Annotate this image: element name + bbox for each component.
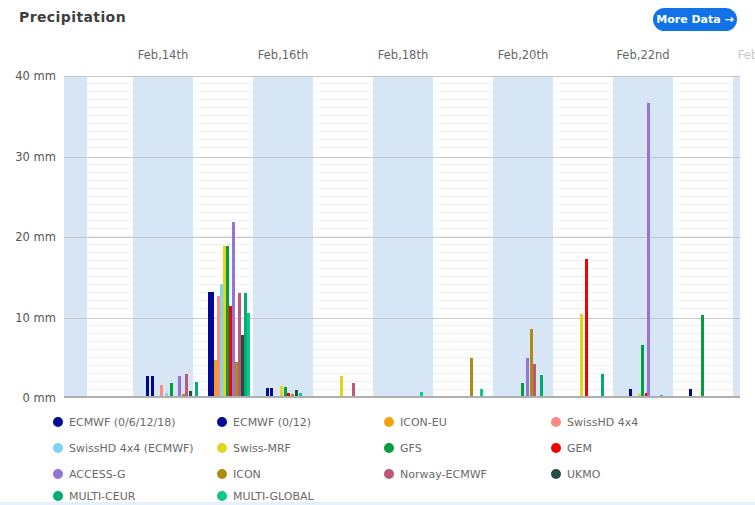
legend-dot-icon [53,443,63,453]
precip-bar-ecmwf_06 [146,376,149,397]
legend-label: MULTI-GLOBAL [233,490,314,503]
precip-bar-swissmrf [340,376,343,397]
legend-item-mglobal: MULTI-GLOBAL [217,489,314,503]
legend-dot-icon [217,443,227,453]
legend-label: MULTI-CEUR [69,490,135,503]
legend-label: Norway-ECMWF [400,468,487,481]
precip-bar-mceur [195,382,198,397]
legend-dot-icon [551,417,561,427]
legend-dot-icon [551,443,561,453]
legend-label: SwissHD 4x4 (ECMWF) [69,442,194,455]
precip-bar-norway [533,364,536,397]
legend-label: ECMWF (0/12) [233,416,311,429]
legend-item-norway: Norway-ECMWF [384,467,487,481]
legend-dot-icon [53,417,63,427]
legend-dot-icon [217,469,227,479]
legend-item-icon: ICON [217,467,261,481]
legend-item-ecmwf_012: ECMWF (0/12) [217,415,311,429]
y-axis-label: 10 mm [0,312,56,324]
precip-bar-access [647,103,650,397]
y-axis-label: 20 mm [0,231,56,243]
x-axis-label: Feb,24th [718,48,755,62]
precip-bar-icon [470,358,473,397]
legend-item-access: ACCESS-G [53,467,126,481]
precip-bar-norway [185,374,188,397]
major-gridline [64,318,740,319]
precip-bar-gfs [641,345,644,397]
legend-label: ICON [233,468,261,481]
major-gridline [64,157,740,158]
x-axis-label: Feb,14th [118,48,208,62]
y-axis-label: 30 mm [0,151,56,163]
legend-dot-icon [384,443,394,453]
x-axis-label: Feb,20th [478,48,568,62]
major-gridline [64,76,740,77]
legend-label: UKMO [567,468,600,481]
major-gridline [64,237,740,238]
y-axis-label: 40 mm [0,70,56,82]
legend-dot-icon [551,469,561,479]
legend-label: SwissHD 4x4 [567,416,638,429]
legend-dot-icon [217,491,227,501]
legend-label: ICON-EU [400,416,447,429]
legend-item-ecmwf_06: ECMWF (0/6/12/18) [53,415,176,429]
precip-bar-mceur [601,374,604,397]
legend-dot-icon [384,417,394,427]
precip-bar-mglobal [247,313,250,397]
precip-bar-norway [352,383,355,397]
legend-item-gem: GEM [551,441,592,455]
y-axis-label: 0 mm [0,392,56,404]
x-axis-label: Feb,22nd [598,48,688,62]
legend-dot-icon [53,491,63,501]
x-axis-label: Feb,16th [238,48,328,62]
legend-item-swisshd: SwissHD 4x4 [551,415,638,429]
precip-bar-swissmrf [580,314,583,397]
legend-item-iconeu: ICON-EU [384,415,447,429]
legend-item-mceur: MULTI-CEUR [53,489,135,503]
precip-bar-gfs [170,383,173,397]
legend-label: GEM [567,442,592,455]
x-axis-label: Feb,18th [358,48,448,62]
legend-dot-icon [53,469,63,479]
legend-label: GFS [400,442,422,455]
precip-bar-gfs [521,383,524,397]
precip-bar-ecmwf_012 [151,376,154,397]
legend-label: ACCESS-G [69,468,126,481]
legend-item-swisshd_ec: SwissHD 4x4 (ECMWF) [53,441,194,455]
legend-label: Swiss-MRF [233,442,291,455]
legend-label: ECMWF (0/6/12/18) [69,416,176,429]
precip-bar-gem [585,259,588,397]
precip-bar-mceur [540,375,543,397]
legend-dot-icon [384,469,394,479]
precip-bar-gfs [701,315,704,397]
legend-item-swissmrf: Swiss-MRF [217,441,291,455]
plot-area[interactable] [64,76,740,398]
legend-item-gfs: GFS [384,441,422,455]
legend-item-ukmo: UKMO [551,467,600,481]
legend-dot-icon [217,417,227,427]
x-axis-baseline [64,396,740,398]
chart-legend: ECMWF (0/6/12/18)ECMWF (0/12)ICON-EUSwis… [0,408,755,502]
